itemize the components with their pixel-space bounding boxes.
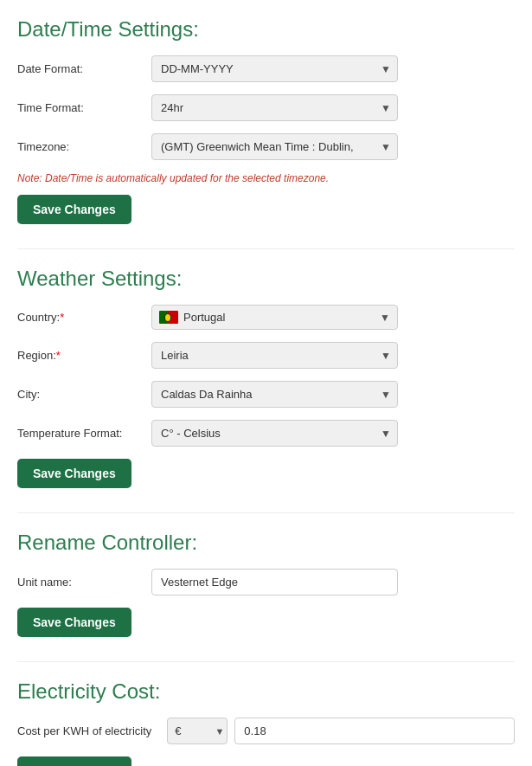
city-row: City: Caldas Da Rainha ▼	[17, 381, 515, 408]
datetime-note: Note: Date/Time is automatically updated…	[17, 172, 515, 184]
country-select-wrapper: Portugal ▼	[151, 305, 398, 330]
city-select-wrapper: Caldas Da Rainha ▼	[151, 381, 398, 408]
unit-name-label: Unit name:	[17, 576, 151, 589]
portugal-flag-icon	[159, 311, 178, 324]
date-format-row: Date Format: DD-MM-YYYY MM-DD-YYYY YYYY-…	[17, 55, 515, 82]
time-format-select[interactable]: 24hr 12hr	[151, 94, 398, 121]
country-value: Portugal	[183, 311, 225, 324]
timezone-select[interactable]: (GMT) Greenwich Mean Time : Dublin,	[151, 133, 398, 160]
timezone-label: Timezone:	[17, 140, 151, 153]
timezone-select-wrapper: (GMT) Greenwich Mean Time : Dublin, ▼	[151, 133, 398, 160]
unit-name-row: Unit name:	[17, 569, 515, 595]
city-select[interactable]: Caldas Da Rainha	[151, 381, 398, 408]
region-label: Region:*	[17, 349, 151, 362]
divider-1	[17, 248, 515, 249]
timezone-row: Timezone: (GMT) Greenwich Mean Time : Du…	[17, 133, 515, 160]
country-select[interactable]: Portugal ▼	[151, 305, 398, 330]
country-row: Country:* Portugal ▼	[17, 305, 515, 330]
country-chevron-icon: ▼	[380, 312, 390, 324]
electricity-cost-input[interactable]	[234, 718, 515, 744]
temp-format-label: Temperature Format:	[17, 427, 151, 440]
region-select[interactable]: Leiria	[151, 342, 398, 369]
rename-section: Rename Controller: Unit name: Save Chang…	[17, 531, 515, 637]
electricity-save-button[interactable]: Save Changes	[17, 756, 131, 766]
weather-save-button[interactable]: Save Changes	[17, 459, 131, 488]
datetime-save-button[interactable]: Save Changes	[17, 195, 131, 224]
divider-3	[17, 661, 515, 662]
electricity-cost-row: Cost per KWH of electricity € $ £ ▼	[17, 718, 515, 744]
date-format-select[interactable]: DD-MM-YYYY MM-DD-YYYY YYYY-MM-DD	[151, 55, 398, 82]
date-format-label: Date Format:	[17, 62, 151, 75]
region-row: Region:* Leiria ▼	[17, 342, 515, 369]
currency-select-wrapper: € $ £ ▼	[167, 718, 228, 744]
region-select-wrapper: Leiria ▼	[151, 342, 398, 369]
divider-2	[17, 512, 515, 513]
unit-name-input[interactable]	[151, 569, 398, 595]
country-label: Country:*	[17, 311, 151, 324]
date-format-select-wrapper: DD-MM-YYYY MM-DD-YYYY YYYY-MM-DD ▼	[151, 55, 398, 82]
city-label: City:	[17, 388, 151, 401]
time-format-select-wrapper: 24hr 12hr ▼	[151, 94, 398, 121]
region-required: *	[56, 349, 61, 362]
rename-title: Rename Controller:	[17, 531, 515, 555]
electricity-section: Electricity Cost: Cost per KWH of electr…	[17, 679, 515, 766]
country-required: *	[60, 311, 64, 324]
temp-format-row: Temperature Format: C° - Celsius F° - Fa…	[17, 420, 515, 447]
electricity-title: Electricity Cost:	[17, 679, 515, 704]
rename-save-button[interactable]: Save Changes	[17, 608, 131, 637]
temp-format-select-wrapper: C° - Celsius F° - Fahrenheit ▼	[151, 420, 398, 447]
datetime-title: Date/Time Settings:	[17, 17, 515, 42]
weather-section: Weather Settings: Country:* Portugal ▼ R…	[17, 267, 515, 488]
electricity-cost-label: Cost per KWH of electricity	[17, 724, 151, 737]
time-format-row: Time Format: 24hr 12hr ▼	[17, 94, 515, 121]
currency-select[interactable]: € $ £	[167, 718, 228, 744]
weather-title: Weather Settings:	[17, 267, 515, 291]
time-format-label: Time Format:	[17, 101, 151, 114]
datetime-section: Date/Time Settings: Date Format: DD-MM-Y…	[17, 17, 515, 224]
temp-format-select[interactable]: C° - Celsius F° - Fahrenheit	[151, 420, 398, 447]
